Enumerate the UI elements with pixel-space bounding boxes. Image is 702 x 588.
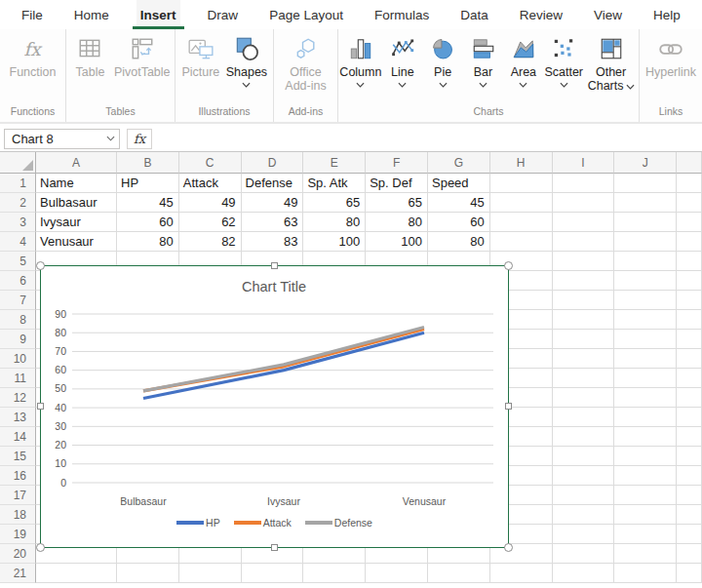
cell-J11[interactable] [614, 369, 677, 388]
cell-I2[interactable] [553, 193, 615, 213]
row-header-19[interactable]: 19 [0, 525, 36, 544]
cell-J21[interactable] [614, 564, 677, 583]
cell-J8[interactable] [614, 310, 677, 330]
ribbon-button-shapes[interactable]: Shapes [226, 34, 267, 88]
row-header-14[interactable]: 14 [0, 427, 36, 447]
row-header-16[interactable]: 16 [0, 466, 36, 486]
cell-F3[interactable]: 80 [366, 213, 428, 232]
cell-I13[interactable] [553, 408, 615, 427]
row-header-8[interactable]: 8 [0, 310, 36, 330]
cell-D21[interactable] [242, 564, 304, 583]
row-header-21[interactable]: 21 [0, 564, 36, 583]
row-header-11[interactable]: 11 [0, 369, 36, 388]
cell-I12[interactable] [553, 388, 615, 408]
cell-J3[interactable] [614, 213, 677, 232]
cell-D2[interactable]: 49 [242, 193, 304, 213]
insert-function-button[interactable]: fx [127, 129, 152, 149]
cell-I8[interactable] [553, 310, 615, 330]
row-header-1[interactable]: 1 [0, 174, 36, 193]
cell-E21[interactable] [303, 564, 366, 583]
cell-E2[interactable]: 65 [303, 193, 366, 213]
cell-J18[interactable] [614, 505, 677, 525]
col-header-A[interactable]: A [36, 152, 117, 174]
tab-page-layout[interactable]: Page Layout [265, 0, 347, 29]
cell-I6[interactable] [553, 271, 615, 291]
ribbon-button-column[interactable]: Column [339, 34, 381, 88]
name-box[interactable]: Chart 8 [4, 129, 120, 149]
cell-H2[interactable] [490, 193, 553, 213]
cell-J16[interactable] [614, 466, 677, 486]
cell-J7[interactable] [614, 291, 677, 310]
cell-C1[interactable]: Attack [179, 174, 242, 193]
cell-H4[interactable] [490, 232, 553, 252]
cell-C3[interactable]: 62 [179, 213, 242, 232]
cell-I5[interactable] [553, 252, 615, 271]
col-header-F[interactable]: F [366, 152, 428, 174]
cell-G3[interactable]: 60 [428, 213, 490, 232]
cell-I15[interactable] [553, 447, 615, 466]
cell-J20[interactable] [614, 544, 677, 564]
cell-J9[interactable] [614, 330, 677, 349]
cell-J4[interactable] [614, 232, 677, 252]
tab-help[interactable]: Help [649, 0, 684, 29]
row-header-7[interactable]: 7 [0, 291, 36, 310]
cell-J1[interactable] [614, 174, 677, 193]
cell-G21[interactable] [428, 564, 490, 583]
chart-resize-handle-bottom-middle[interactable] [271, 544, 278, 551]
cell-A3[interactable]: Ivysaur [36, 213, 117, 232]
ribbon-button-area[interactable]: Area [504, 34, 543, 88]
cell-J2[interactable] [614, 193, 677, 213]
row-header-15[interactable]: 15 [0, 447, 36, 466]
cell-I7[interactable] [553, 291, 615, 310]
col-header-I[interactable]: I [553, 152, 615, 174]
tab-review[interactable]: Review [516, 0, 566, 29]
row-header-18[interactable]: 18 [0, 505, 36, 525]
chart-legend[interactable]: HPAttackDefense [41, 517, 508, 529]
cell-H3[interactable] [490, 213, 553, 232]
cell-F4[interactable]: 100 [366, 232, 428, 252]
embedded-chart[interactable]: Chart Title0102030405060708090BulbasaurI… [40, 265, 509, 548]
cell-G1[interactable]: Speed [428, 174, 490, 193]
cell-D4[interactable]: 83 [242, 232, 304, 252]
tab-insert[interactable]: Insert [136, 0, 180, 29]
cell-I20[interactable] [553, 544, 615, 564]
cell-C2[interactable]: 49 [179, 193, 242, 213]
cell-F2[interactable]: 65 [366, 193, 428, 213]
ribbon-button-scatter[interactable]: Scatter [544, 34, 583, 88]
ribbon-button-pie[interactable]: Pie [423, 34, 462, 88]
cell-I9[interactable] [553, 330, 615, 349]
cell-I21[interactable] [553, 564, 615, 583]
cell-D3[interactable]: 63 [242, 213, 304, 232]
col-header-B[interactable]: B [117, 152, 179, 174]
cell-G2[interactable]: 45 [428, 193, 490, 213]
row-header-10[interactable]: 10 [0, 349, 36, 369]
cell-G4[interactable]: 80 [428, 232, 490, 252]
cell-I11[interactable] [553, 369, 615, 388]
cell-A2[interactable]: Bulbasaur [36, 193, 117, 213]
tab-home[interactable]: Home [70, 0, 113, 29]
chart-resize-handle-top-middle[interactable] [271, 262, 278, 269]
cell-I14[interactable] [553, 427, 615, 447]
chevron-down-icon[interactable] [106, 136, 115, 141]
col-header-H[interactable]: H [490, 152, 553, 174]
row-header-20[interactable]: 20 [0, 544, 36, 564]
cell-H1[interactable] [490, 174, 553, 193]
cell-I1[interactable] [553, 174, 615, 193]
tab-formulas[interactable]: Formulas [370, 0, 433, 29]
ribbon-button-other-charts[interactable]: Other Charts [585, 34, 638, 94]
select-all-corner[interactable] [0, 152, 36, 174]
cell-J15[interactable] [614, 447, 677, 466]
cell-D1[interactable]: Defense [242, 174, 304, 193]
cell-C4[interactable]: 82 [179, 232, 242, 252]
cell-A4[interactable]: Venusaur [36, 232, 117, 252]
cell-J17[interactable] [614, 486, 677, 505]
cell-C21[interactable] [179, 564, 242, 583]
col-header-J[interactable]: J [614, 152, 677, 174]
col-header-G[interactable]: G [428, 152, 490, 174]
row-header-4[interactable]: 4 [0, 232, 36, 252]
tab-file[interactable]: File [18, 0, 47, 29]
cell-H21[interactable] [490, 564, 553, 583]
cell-B3[interactable]: 60 [117, 213, 179, 232]
row-header-6[interactable]: 6 [0, 271, 36, 291]
tab-draw[interactable]: Draw [204, 0, 243, 29]
